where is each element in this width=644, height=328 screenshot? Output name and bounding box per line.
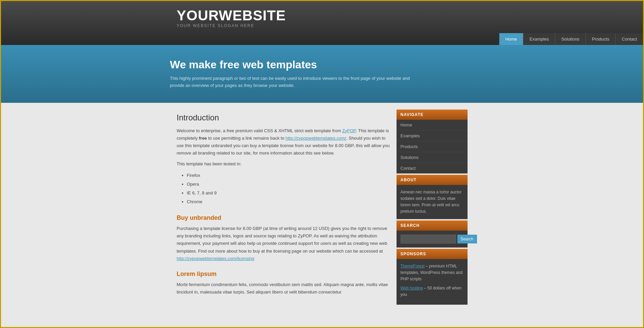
navigate-header: NAVIGATE xyxy=(397,110,468,120)
nav-contact[interactable]: Contact xyxy=(615,33,643,45)
tested-list: Firefox Opera IE 6, 7, 8 and 9 Chrome xyxy=(187,171,390,206)
nav-examples[interactable]: Examples xyxy=(523,33,555,45)
sidebar-nav-examples[interactable]: Examples xyxy=(397,131,468,141)
zypop-url-link[interactable]: http://zypopwebtemplates.com/ xyxy=(286,136,346,141)
sponsors-header: SPONSORS xyxy=(397,249,468,259)
search-header: SEARCH xyxy=(397,220,468,231)
sidebar-nav-products[interactable]: Products xyxy=(397,141,468,152)
about-content: Aenean nec massa a tortor auctor sodales… xyxy=(397,185,468,219)
search-content: Search xyxy=(397,231,468,248)
sidebar: NAVIGATE Home Examples Products Solution… xyxy=(397,110,468,306)
lorem-heading: Lorem lipsum xyxy=(177,271,390,278)
header: YOURWEBSITE YOUR WEBSITE SLOGAN HERE Hom… xyxy=(1,1,643,45)
sidebar-nav-solutions[interactable]: Solutions xyxy=(397,152,468,163)
sponsor2: Web hosting – 50 dollars off when you xyxy=(401,285,463,298)
site-slogan: YOUR WEBSITE SLOGAN HERE xyxy=(177,23,468,28)
search-button[interactable]: Search xyxy=(457,235,477,243)
nav: Home Examples Solutions Products Contact xyxy=(1,33,643,45)
site-title: YOURWEBSITE xyxy=(177,8,468,23)
nav-home[interactable]: Home xyxy=(499,33,523,45)
tested-item: Firefox xyxy=(187,171,390,180)
intro-paragraph-1: Welcome to enterprise, a free premium va… xyxy=(177,127,390,157)
buy-paragraph: Purchasing a template license for 8.00 G… xyxy=(177,225,390,262)
sponsors-section: SPONSORS ThemeForest – premium HTML temp… xyxy=(397,249,468,305)
themeforest-link[interactable]: ThemeForest xyxy=(401,264,425,268)
tested-intro: This template has been tested in: xyxy=(177,160,390,168)
lorem-paragraph: Morbi fermentum condimentum felis, commo… xyxy=(177,281,390,296)
about-header: ABOUT xyxy=(397,175,468,185)
search-input[interactable] xyxy=(401,235,456,243)
about-section: ABOUT Aenean nec massa a tortor auctor s… xyxy=(397,175,468,219)
tested-item: Opera xyxy=(187,180,390,189)
search-section: SEARCH Search xyxy=(397,220,468,248)
search-inner: Search xyxy=(401,235,463,243)
hero-banner: We make free web templates This highly p… xyxy=(1,45,643,103)
tested-item: Chrome xyxy=(187,197,390,206)
nav-products[interactable]: Products xyxy=(586,33,615,45)
hero-description: This highly prominent paragraph or two o… xyxy=(170,75,420,89)
webhosting-link[interactable]: Web hosting xyxy=(401,286,423,290)
content-area: Introduction Welcome to enterprise, a fr… xyxy=(177,110,390,306)
buy-heading: Buy unbranded xyxy=(177,214,390,221)
sponsors-content: ThemeForest – premium HTML templates, Wo… xyxy=(397,259,468,305)
tested-item: IE 6, 7, 8 and 9 xyxy=(187,189,390,197)
main-content: Introduction Welcome to enterprise, a fr… xyxy=(170,103,474,313)
nav-solutions[interactable]: Solutions xyxy=(555,33,585,45)
sidebar-nav: Home Examples Products Solutions Contact xyxy=(397,120,468,173)
about-text: Aenean nec massa a tortor auctor sodales… xyxy=(401,189,463,215)
intro-heading: Introduction xyxy=(177,113,390,122)
licensing-link[interactable]: http://zypopwebtemplates.com/licensing xyxy=(177,256,255,261)
zypop-link[interactable]: ZyPOP xyxy=(342,128,356,133)
hero-heading: We make free web templates xyxy=(170,58,474,71)
navigate-section: NAVIGATE Home Examples Products Solution… xyxy=(397,110,468,173)
sidebar-nav-home[interactable]: Home xyxy=(397,120,468,131)
sponsor1: ThemeForest – premium HTML templates, Wo… xyxy=(401,263,463,283)
sidebar-nav-contact[interactable]: Contact xyxy=(397,163,468,173)
